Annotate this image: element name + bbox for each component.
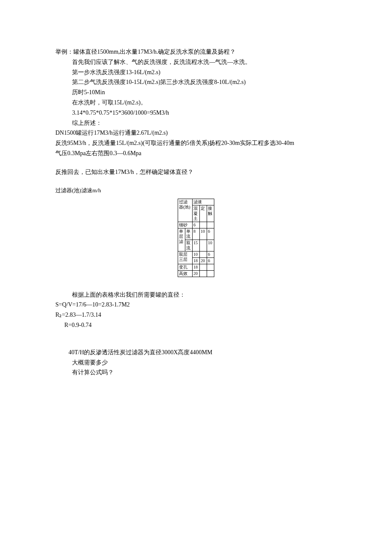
cell-empty	[200, 240, 207, 251]
example-line-1: 举例：罐体直径1500mm,出水量17M3/h.确定反洗水泵的流量及扬程？	[55, 47, 337, 57]
example-line-11: 气压0.3Mpa左右范围0.3—0.6Mpa	[55, 148, 337, 159]
cell-empty	[200, 264, 207, 270]
example-line-3: 第一步水洗反洗强度13-16L/(m2.s)	[55, 67, 337, 78]
cell-6b: 6	[207, 228, 214, 240]
cell-empty	[200, 251, 207, 257]
cell-empty	[200, 222, 207, 228]
filter-speed-table: 过滤器(池) 滤速 混凝土 定 接触 细砂 6 单层滤 单流 8 10 6	[178, 199, 214, 277]
cell-18: 18	[193, 257, 200, 264]
row-variable-hole: 变孔	[178, 264, 193, 270]
row-single-layer: 单层滤	[178, 228, 185, 251]
calculation-block: 根据上面的表格求出我们所需要罐的直径： S=Q/V=17/6—10=2.83-1…	[55, 290, 337, 330]
cell-20b: 20	[193, 270, 200, 277]
calc-line-3: R₂=2.83—1.7/3.14	[55, 310, 337, 320]
example-line-10: 反洗95M3/h，反洗通量15L/(m2.s)(可取运行通量的5倍关系)扬程20…	[55, 138, 337, 148]
filter-speed-table-wrap: 过滤器(池) 滤速 混凝土 定 接触 细砂 6 单层滤 单流 8 10 6	[55, 199, 337, 277]
cell-6d: 6	[207, 257, 214, 264]
example-summary: 综上所述：	[55, 118, 337, 128]
row-high-efficiency: 高效	[178, 270, 193, 277]
th-speed: 滤速	[193, 199, 214, 205]
th-sub-fixed: 定	[200, 205, 207, 222]
cell-20: 20	[200, 257, 207, 264]
cell-10b: 10	[207, 240, 214, 251]
example-line-4: 第二步气洗反洗强度10-15L/(m2.s)第三步水洗反洗强度8-10L/(m2…	[55, 77, 337, 87]
question-line-1: 40T/H的反渗透活性炭过滤器为直径3000X高度4400MM	[55, 347, 337, 358]
cell-10c: 10	[193, 251, 200, 257]
example-line-5: 历时5-10Min	[55, 87, 337, 98]
calc-line-2: S=Q/V=17/6—10=2.83-1.7M2	[55, 300, 337, 310]
th-concrete: 混凝土	[193, 205, 200, 222]
cell-8: 8	[193, 228, 200, 240]
calc-line-4: R=0.9-0.74	[55, 320, 337, 330]
cell-15: 15	[193, 240, 200, 251]
row-double-flow: 双流	[185, 240, 193, 251]
example-line-2: 首先我们应该了解水、气的反洗强度，反洗流程水洗—气洗—水洗。	[55, 57, 337, 67]
cell-empty	[207, 270, 214, 277]
question-block: 40T/H的反渗透活性炭过滤器为直径3000X高度4400MM 大概需要多少 有…	[55, 347, 337, 378]
calc-line-1: 根据上面的表格求出我们所需要罐的直径：	[55, 290, 337, 300]
cell-10: 10	[200, 228, 207, 240]
cell-empty	[207, 222, 214, 228]
th-filter: 过滤器(池)	[178, 199, 193, 222]
cell-6: 6	[193, 222, 200, 228]
row-single-flow: 单流	[185, 228, 193, 240]
cell-empty	[207, 264, 214, 270]
question-line-2: 大概需要多少	[55, 358, 337, 368]
cell-18b: 18	[193, 264, 200, 270]
row-fine-sand: 细砂	[178, 222, 193, 228]
row-double-triple: 双层三层	[178, 251, 193, 264]
example-line-7: 3.14*0.75*0.75*15*3600/1000=95M3/h	[55, 108, 337, 118]
question-line-3: 有计算公式吗？	[55, 367, 337, 378]
cell-empty	[200, 270, 207, 277]
cell-6c: 6	[207, 251, 214, 257]
document-page: 举例：罐体直径1500mm,出水量17M3/h.确定反洗水泵的流量及扬程？ 首先…	[0, 0, 392, 395]
example-line-6: 在水洗时，可取15L/(m2.s)。	[55, 98, 337, 108]
reverse-question: 反推回去，已知出水量17M3/h，怎样确定罐体直径？	[55, 167, 337, 177]
example-line-9: DN1500罐运行17M3/h运行通量2.67L/(m2.s)	[55, 128, 337, 138]
table-title: 过滤器(池)滤速m/h	[55, 186, 337, 195]
th-contact: 接触	[207, 205, 214, 222]
